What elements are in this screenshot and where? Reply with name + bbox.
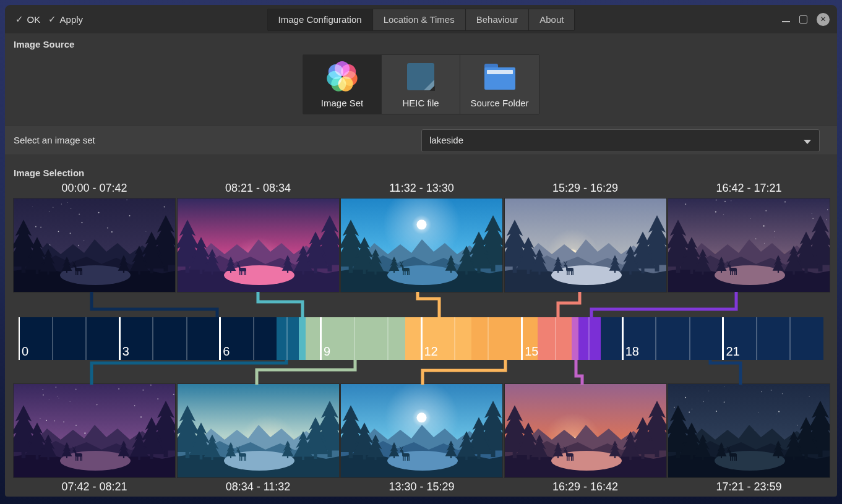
source-type-group: Image SetHEIC fileSource Folder [303,54,539,114]
source-type-icon-area [382,55,460,98]
hour-divider [186,317,187,360]
image-selection-heading: Image Selection [14,168,84,178]
connector-line [710,359,741,385]
desktop: { "titlebar": { "check_icon": "✓", "ok_l… [0,0,842,504]
hour-divider [19,317,20,360]
source-type-source-folder[interactable]: Source Folder [460,55,539,114]
wallpaper-thumbnail-bottom-1[interactable] [14,384,175,477]
check-icon: ✓ [48,14,56,25]
hour-divider [421,317,423,360]
hour-divider [85,317,87,360]
connector-line [576,359,582,385]
time-range-label-bottom-5: 17:21 - 23:59 [668,481,830,493]
close-icon[interactable]: ✕ [817,13,830,26]
time-range-label-bottom-1: 07:42 - 08:21 [14,481,175,493]
wallpaper-thumbnail-bottom-5[interactable] [668,384,830,477]
wallpaper-thumbnail-top-2[interactable] [178,199,339,292]
source-type-label: Source Folder [470,98,528,108]
connector-line [558,292,580,318]
window-controls: ✕ [782,5,830,33]
source-type-heic-file[interactable]: HEIC file [382,55,460,114]
time-range-label-top-3: 11:32 - 13:30 [341,182,502,195]
wallpaper-thumbnail-bottom-3[interactable] [341,384,502,477]
minimize-icon[interactable] [782,21,790,22]
wallpaper-thumbnail-top-5[interactable] [668,199,830,292]
hour-divider [152,317,153,360]
heic-file-icon [407,63,434,90]
time-range-label-top-5: 16:42 - 17:21 [668,182,830,195]
hour-divider [119,317,121,360]
source-folder-icon [484,64,515,90]
hour-divider [756,317,757,360]
hour-divider [52,317,53,360]
f-paper [487,70,513,74]
select-image-set-label: Select an image set [14,135,95,145]
source-type-icon-area [303,55,381,98]
time-range-label-bottom-2: 08:34 - 11:32 [178,481,339,493]
ok-button[interactable]: ✓ OK [15,5,40,33]
hour-divider [789,317,791,360]
check-icon: ✓ [15,14,24,25]
connector-line [92,359,286,385]
wallpaper-thumbnail-bottom-2[interactable] [178,384,339,477]
apply-button[interactable]: ✓ Apply [48,5,83,33]
timeline-segment-3 [299,317,306,360]
tab-location-times[interactable]: Location & Times [373,9,466,30]
tab-about[interactable]: About [529,9,574,30]
hour-label: 12 [424,344,438,359]
ok-button-label: OK [27,14,41,25]
app-window: ✓ OK ✓ Apply Image ConfigurationLocation… [5,5,837,497]
timeline-segment-8 [572,317,579,360]
hour-label: 9 [324,344,330,359]
timeline: 036912151821 [19,317,823,360]
hour-label: 6 [223,344,230,359]
titlebar: ✓ OK ✓ Apply Image ConfigurationLocation… [5,5,837,33]
time-range-label-top-2: 08:21 - 08:34 [178,182,339,195]
connector-line [418,292,439,318]
timeline-segment-5 [405,317,471,360]
image-set-dropdown[interactable]: lakeside [421,129,820,152]
source-type-icon-area [460,55,539,98]
page-fold-notch [429,85,435,91]
timeline-segment-1 [19,317,277,360]
hour-divider [320,317,322,360]
hour-label: 0 [22,344,28,359]
hour-label: 18 [625,344,639,359]
hour-divider [555,317,556,360]
maximize-icon[interactable] [799,15,807,23]
hour-label: 3 [122,344,129,359]
connector-line [258,292,303,318]
hour-divider [454,317,455,360]
apply-button-label: Apply [60,14,84,25]
image-set-icon [326,61,358,93]
hour-divider [354,317,355,360]
hour-divider [722,317,724,360]
hour-divider [387,317,389,360]
wallpaper-thumbnail-top-3[interactable] [341,199,502,292]
wallpaper-thumbnail-bottom-4[interactable] [505,384,666,477]
wallpaper-thumbnail-top-4[interactable] [505,199,666,292]
wallpaper-thumbnail-top-1[interactable] [14,199,175,292]
hour-divider [521,317,523,360]
hour-divider [689,317,690,360]
select-image-set-row: Select an image set lakeside [5,125,837,155]
hour-divider [622,317,624,360]
time-range-label-top-1: 00:00 - 07:42 [14,182,175,195]
image-source-heading: Image Source [14,39,74,49]
source-type-label: Image Set [321,98,363,108]
time-range-label-bottom-4: 16:29 - 16:42 [505,481,666,493]
hour-divider [488,317,489,360]
dropdown-value: lakeside [429,135,463,145]
hour-divider [655,317,656,360]
connector-line [92,292,217,318]
hour-divider [286,317,288,360]
source-type-image-set[interactable]: Image Set [303,55,382,114]
time-range-label-bottom-3: 13:30 - 15:29 [341,481,502,493]
hour-label: 21 [726,344,739,359]
tab-image-configuration[interactable]: Image Configuration [268,9,373,30]
hour-divider [219,317,221,360]
tab-behaviour[interactable]: Behaviour [466,9,530,30]
hour-divider [588,317,590,360]
time-range-label-top-4: 15:29 - 16:29 [505,182,666,195]
connector-line [591,292,736,318]
